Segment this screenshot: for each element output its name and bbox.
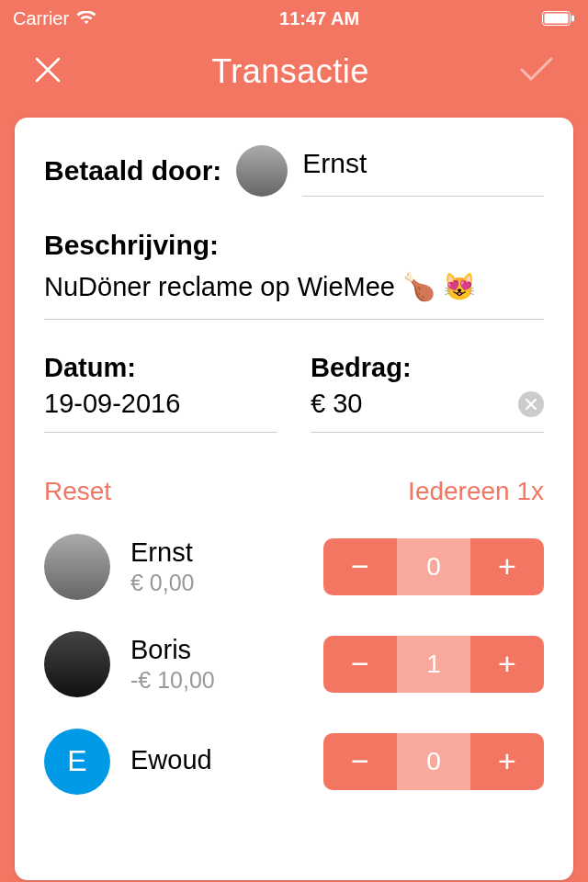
avatar[interactable] (44, 631, 110, 697)
stepper-minus[interactable]: − (323, 538, 397, 595)
avatar-letter: E (67, 744, 86, 778)
stepper-plus[interactable]: + (470, 538, 544, 595)
svg-rect-1 (544, 14, 568, 24)
date-amount-row: Datum: 19-09-2016 Bedrag: € 30 (44, 353, 544, 433)
description-label: Beschrijving: (44, 230, 544, 261)
clear-amount-icon[interactable] (518, 391, 544, 417)
paid-by-avatar[interactable] (236, 145, 288, 197)
participant-name: Ewoud (130, 744, 303, 776)
stepper-plus[interactable]: + (470, 733, 544, 790)
description-input[interactable]: NuDöner reclame op WieMee 🍗 😻 (44, 268, 544, 320)
stepper-value: 1 (397, 636, 470, 693)
participant-row: Ernst € 0,00 − 0 + (44, 534, 544, 600)
participant-balance: € 0,00 (130, 570, 303, 596)
stepper-value: 0 (397, 538, 470, 595)
avatar[interactable]: E (44, 729, 110, 795)
stepper-plus[interactable]: + (470, 636, 544, 693)
quantity-stepper: − 0 + (323, 733, 544, 790)
quantity-stepper: − 1 + (323, 636, 544, 693)
avatar[interactable] (44, 534, 110, 600)
participant-name: Ernst (130, 537, 303, 569)
stepper-minus[interactable]: − (323, 733, 397, 790)
paid-by-row: Betaald door: Ernst (44, 145, 544, 197)
close-icon[interactable] (33, 55, 62, 88)
carrier-label: Carrier (13, 8, 69, 29)
paid-by-name[interactable]: Ernst (302, 146, 544, 197)
clock: 11:47 AM (279, 8, 359, 29)
amount-input[interactable]: € 30 (311, 389, 544, 433)
participant-name: Boris (130, 634, 303, 666)
stepper-minus[interactable]: − (323, 636, 397, 693)
page-title: Transactie (211, 52, 369, 91)
participant-balance: -€ 10,00 (130, 667, 303, 694)
participant-row: E Ewoud − 0 + (44, 729, 544, 795)
everyone-button[interactable]: Iedereen 1x (408, 477, 544, 506)
svg-rect-2 (571, 16, 574, 22)
status-bar: Carrier 11:47 AM (0, 0, 588, 37)
actions-row: Reset Iedereen 1x (44, 477, 544, 506)
transaction-card: Betaald door: Ernst Beschrijving: NuDöne… (15, 118, 573, 880)
wifi-icon (76, 11, 96, 26)
stepper-value: 0 (397, 733, 470, 790)
reset-button[interactable]: Reset (44, 477, 111, 506)
date-input[interactable]: 19-09-2016 (44, 389, 277, 433)
quantity-stepper: − 0 + (323, 538, 544, 595)
battery-icon (542, 11, 575, 26)
paid-by-label: Betaald door: (44, 155, 221, 187)
date-label: Datum: (44, 353, 277, 383)
nav-bar: Transactie (0, 37, 588, 118)
description-section: Beschrijving: NuDöner reclame op WieMee … (44, 230, 544, 320)
participants-list: Ernst € 0,00 − 0 + Boris -€ 10,00 − 1 + … (44, 534, 544, 795)
confirm-icon[interactable] (518, 55, 555, 88)
participant-row: Boris -€ 10,00 − 1 + (44, 631, 544, 697)
amount-label: Bedrag: (311, 353, 544, 383)
